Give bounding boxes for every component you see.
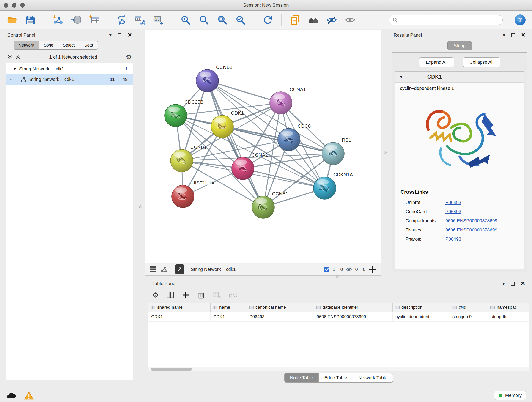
refresh-view-button[interactable] bbox=[262, 14, 273, 26]
tab-style[interactable]: Style bbox=[39, 41, 58, 50]
network-node-ccnb2[interactable] bbox=[196, 70, 219, 92]
duplicate-document-icon bbox=[290, 14, 301, 26]
panel-close-icon[interactable]: ✕ bbox=[127, 32, 132, 38]
close-window-button[interactable] bbox=[4, 3, 8, 7]
crosslink-pharos-link[interactable]: P06493 bbox=[445, 236, 461, 242]
table-options-gear-icon[interactable]: ⚙ bbox=[152, 291, 158, 299]
network-node-ccnb1[interactable] bbox=[171, 149, 193, 172]
show-graphics-button[interactable] bbox=[344, 14, 356, 26]
cell-description[interactable]: cyclin–dependent ... bbox=[393, 312, 450, 321]
tab-sets[interactable]: Sets bbox=[80, 41, 98, 50]
collapse-all-button[interactable]: Collapse All bbox=[463, 57, 500, 67]
help-button[interactable]: ? bbox=[515, 14, 526, 26]
save-session-button[interactable] bbox=[25, 14, 36, 26]
move-crosshair-icon[interactable] bbox=[368, 265, 376, 274]
column-header[interactable]: description bbox=[393, 303, 450, 312]
tab-network[interactable]: Network bbox=[13, 41, 39, 50]
minimize-window-button[interactable] bbox=[12, 3, 17, 7]
crosslink-uniprot-link[interactable]: P06493 bbox=[445, 200, 461, 205]
warning-icon[interactable] bbox=[24, 391, 34, 400]
tab-edge-table[interactable]: Edge Table bbox=[318, 373, 353, 383]
panel-close-icon[interactable]: ✕ bbox=[520, 281, 525, 286]
tab-string[interactable]: String bbox=[447, 41, 472, 50]
cell-database-identifier[interactable]: 9606.ENSP00000378699 bbox=[314, 312, 393, 321]
panel-close-icon[interactable]: ✕ bbox=[521, 32, 526, 38]
cell-id[interactable]: stringdb:9... bbox=[450, 312, 488, 321]
column-header[interactable]: namespac bbox=[488, 303, 529, 312]
network-node-rb1[interactable] bbox=[322, 142, 344, 165]
network-node-ccne1[interactable] bbox=[252, 196, 274, 218]
network-tree-child-row[interactable]: ● String Network – cdk1 11 48 bbox=[6, 74, 133, 85]
crosslink-compartments-link[interactable]: 9606.ENSP00000378699 bbox=[445, 218, 497, 223]
zoom-in-button[interactable] bbox=[180, 14, 191, 26]
panel-float-icon[interactable]: ▾ bbox=[503, 32, 505, 38]
network-node-cdkn1a[interactable] bbox=[313, 177, 336, 199]
show-columns-icon[interactable] bbox=[166, 291, 174, 299]
hide-graphics-button[interactable] bbox=[326, 14, 337, 26]
panel-maximize-icon[interactable] bbox=[511, 282, 515, 286]
search-input[interactable] bbox=[400, 17, 499, 22]
cell-canonical-name[interactable]: P06493 bbox=[247, 312, 314, 321]
cell-namespace[interactable]: stringdb bbox=[488, 312, 529, 321]
clone-network-button[interactable] bbox=[116, 14, 127, 26]
zoom-fit-button[interactable] bbox=[216, 14, 228, 26]
column-header[interactable]: name bbox=[210, 303, 247, 312]
network-node-cdc25b[interactable] bbox=[165, 104, 187, 127]
vertical-splitter-handle[interactable] bbox=[384, 151, 386, 154]
add-column-icon[interactable] bbox=[182, 291, 190, 299]
houses-button[interactable] bbox=[308, 14, 319, 26]
collapse-all-icon[interactable] bbox=[7, 55, 12, 60]
zoom-selected-button[interactable] bbox=[235, 14, 246, 26]
network-table-button[interactable] bbox=[134, 14, 146, 26]
network-node-ccna1[interactable] bbox=[270, 92, 292, 114]
crosslink-genecard-link[interactable]: P06493 bbox=[445, 209, 461, 214]
scrollbar-thumb[interactable] bbox=[151, 368, 192, 370]
horizontal-splitter-handle[interactable] bbox=[336, 275, 339, 279]
zoom-window-button[interactable] bbox=[20, 3, 25, 7]
horizontal-scrollbar[interactable] bbox=[148, 367, 529, 371]
memory-label: Memory bbox=[505, 393, 522, 398]
disclosure-triangle-icon[interactable]: ▼ bbox=[13, 67, 17, 71]
delete-column-icon[interactable] bbox=[197, 291, 205, 299]
gear-icon[interactable]: ⚙ bbox=[126, 53, 132, 61]
open-session-button[interactable] bbox=[6, 14, 18, 26]
network-node-hist1h1a[interactable] bbox=[172, 185, 194, 208]
memory-button[interactable]: Memory bbox=[494, 391, 526, 400]
tab-network-table[interactable]: Network Table bbox=[353, 373, 393, 383]
detach-view-button[interactable] bbox=[175, 264, 184, 274]
cloud-icon[interactable] bbox=[6, 392, 16, 399]
network-node-ccna2[interactable] bbox=[232, 157, 254, 180]
column-header[interactable]: shared name bbox=[148, 303, 210, 312]
zoom-out-button[interactable] bbox=[198, 14, 210, 26]
duplicate-document-button[interactable] bbox=[289, 14, 301, 26]
grid-view-icon[interactable] bbox=[150, 266, 157, 273]
network-edge[interactable] bbox=[207, 81, 281, 103]
export-image-button[interactable] bbox=[152, 14, 164, 26]
vertical-splitter-handle[interactable] bbox=[139, 205, 142, 208]
panel-maximize-icon[interactable] bbox=[511, 33, 515, 37]
import-network-file-button[interactable] bbox=[52, 14, 63, 26]
birdseye-view-icon[interactable] bbox=[161, 266, 167, 273]
panel-maximize-icon[interactable] bbox=[118, 33, 121, 37]
network-node-cdk1[interactable] bbox=[211, 115, 234, 138]
panel-float-icon[interactable]: ▾ bbox=[109, 32, 112, 38]
crosslink-tissues-link[interactable]: 9606.ENSP00000378699 bbox=[445, 227, 497, 233]
cell-shared-name[interactable]: CDK1 bbox=[148, 312, 210, 321]
tab-select[interactable]: Select bbox=[58, 41, 80, 50]
column-header[interactable]: canonical name bbox=[247, 303, 314, 312]
expand-all-icon[interactable] bbox=[16, 55, 21, 60]
import-network-database-button[interactable] bbox=[70, 14, 82, 26]
network-node-cdc6[interactable] bbox=[278, 128, 300, 151]
column-header[interactable]: @id bbox=[450, 303, 488, 312]
network-tree-root-row[interactable]: ▼ String Network – cdk1 1 bbox=[6, 64, 133, 74]
network-edge[interactable] bbox=[207, 81, 263, 207]
table-row[interactable]: CDK1 CDK1 P06493 9606.ENSP00000378699 cy… bbox=[148, 312, 529, 322]
cell-name[interactable]: CDK1 bbox=[210, 312, 247, 321]
import-table-button[interactable] bbox=[89, 14, 100, 26]
panel-float-icon[interactable]: ▾ bbox=[502, 281, 505, 286]
expand-all-button[interactable]: Expand All bbox=[419, 57, 454, 67]
network-graph[interactable]: CCNB2CCNA1CDC25BCDK1CDC6RB1CCNB1CCNA2CDK… bbox=[146, 30, 380, 263]
section-disclosure-icon[interactable]: ▼ bbox=[399, 75, 403, 79]
column-header[interactable]: database identifier bbox=[314, 303, 393, 312]
tab-node-table[interactable]: Node Table bbox=[284, 373, 319, 383]
